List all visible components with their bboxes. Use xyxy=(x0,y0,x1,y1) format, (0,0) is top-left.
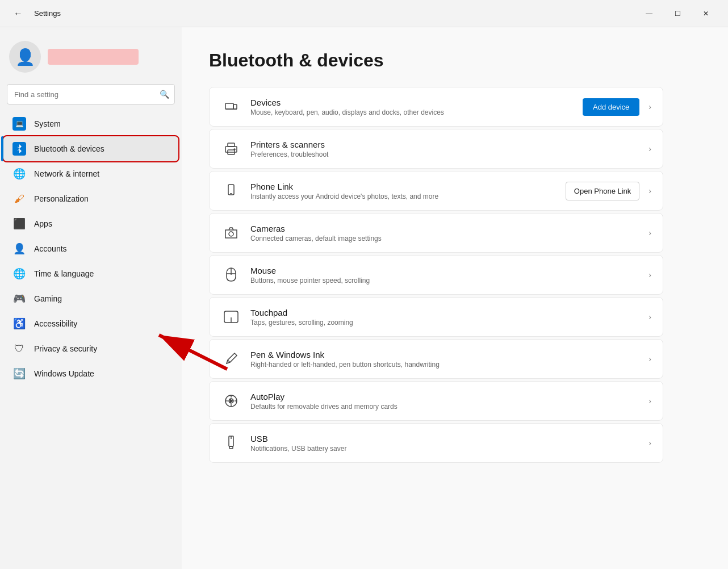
setting-item-cameras[interactable]: Cameras Connected cameras, default image… xyxy=(209,213,663,253)
svg-rect-0 xyxy=(225,103,233,109)
setting-item-devices[interactable]: Devices Mouse, keyboard, pen, audio, dis… xyxy=(209,87,663,127)
devices-title: Devices xyxy=(250,98,574,107)
phonelink-title: Phone Link xyxy=(250,182,557,191)
chevron-right-icon: › xyxy=(648,438,651,447)
phonelink-icon xyxy=(221,181,241,201)
titlebar-left: ← Settings xyxy=(9,5,61,23)
touchpad-action: › xyxy=(646,312,651,321)
maximize-button[interactable]: ☐ xyxy=(664,5,691,23)
mouse-icon xyxy=(221,265,241,285)
nav-label-gaming: Gaming xyxy=(34,294,62,303)
window-controls: — ☐ ✕ xyxy=(636,5,719,23)
phonelink-desc: Instantly access your Android device's p… xyxy=(250,193,557,200)
search-icon: 🔍 xyxy=(160,90,169,99)
mouse-title: Mouse xyxy=(250,266,637,275)
sidebar-item-personalization[interactable]: 🖌Personalization xyxy=(3,186,178,211)
pen-icon xyxy=(221,349,241,369)
gaming-icon: 🎮 xyxy=(12,292,26,306)
nav-label-bluetooth: Bluetooth & devices xyxy=(34,144,104,153)
sidebar-item-system[interactable]: 💻System xyxy=(3,111,178,136)
nav-label-time: Time & language xyxy=(34,269,94,278)
autoplay-icon xyxy=(221,391,241,411)
sidebar-item-gaming[interactable]: 🎮Gaming xyxy=(3,286,178,311)
close-button[interactable]: ✕ xyxy=(693,5,719,23)
open-phone-button[interactable]: Open Phone Link xyxy=(566,182,639,200)
touchpad-title: Touchpad xyxy=(250,308,637,317)
svg-line-14 xyxy=(228,360,230,362)
network-icon: 🌐 xyxy=(12,167,26,181)
pen-title: Pen & Windows Ink xyxy=(250,350,637,359)
printers-desc: Preferences, troubleshoot xyxy=(250,150,637,158)
nav-list: 💻System Bluetooth & devices🌐Network & in… xyxy=(0,111,182,386)
privacy-icon: 🛡 xyxy=(12,342,26,355)
chevron-right-icon: › xyxy=(648,186,651,195)
sidebar-item-accessibility[interactable]: ♿Accessibility xyxy=(3,311,178,336)
user-name-bar xyxy=(48,49,139,65)
sidebar-item-accounts[interactable]: 👤Accounts xyxy=(3,236,178,261)
bluetooth-icon xyxy=(12,142,26,156)
cameras-text: Cameras Connected cameras, default image… xyxy=(250,224,637,242)
avatar: 👤 xyxy=(9,41,41,73)
setting-item-touchpad[interactable]: Touchpad Taps, gestures, scrolling, zoom… xyxy=(209,297,663,337)
setting-item-pen[interactable]: Pen & Windows Ink Right-handed or left-h… xyxy=(209,339,663,379)
sidebar-item-apps[interactable]: ⬛Apps xyxy=(3,211,178,236)
back-button[interactable]: ← xyxy=(9,5,27,23)
touchpad-icon xyxy=(221,307,241,327)
printers-action: › xyxy=(646,144,651,153)
phonelink-action: Open Phone Link› xyxy=(566,182,651,200)
avatar-icon: 👤 xyxy=(15,48,35,66)
svg-rect-19 xyxy=(229,446,233,449)
system-icon: 💻 xyxy=(12,117,26,131)
chevron-right-icon: › xyxy=(648,354,651,363)
update-icon: 🔄 xyxy=(12,367,26,380)
nav-label-accessibility: Accessibility xyxy=(34,319,77,328)
setting-item-printers[interactable]: Printers & scanners Preferences, trouble… xyxy=(209,129,663,169)
svg-marker-17 xyxy=(230,399,233,403)
sidebar-item-privacy[interactable]: 🛡Privacy & security xyxy=(3,336,178,361)
time-icon: 🌐 xyxy=(12,267,26,281)
autoplay-action: › xyxy=(646,396,651,405)
printers-text: Printers & scanners Preferences, trouble… xyxy=(250,140,637,158)
chevron-right-icon: › xyxy=(648,396,651,405)
user-profile[interactable]: 👤 xyxy=(0,34,182,84)
page-title: Bluetooth & devices xyxy=(209,50,701,71)
pen-action: › xyxy=(646,354,651,363)
mouse-text: Mouse Buttons, mouse pointer speed, scro… xyxy=(250,266,637,284)
printers-icon xyxy=(221,139,241,159)
cameras-title: Cameras xyxy=(250,224,637,233)
sidebar: 👤 🔍 💻System Bluetooth & devices🌐Network … xyxy=(0,27,182,569)
search-input[interactable] xyxy=(7,84,175,104)
sidebar-item-update[interactable]: 🔄Windows Update xyxy=(3,361,178,386)
autoplay-desc: Defaults for removable drives and memory… xyxy=(250,403,637,411)
devices-text: Devices Mouse, keyboard, pen, audio, dis… xyxy=(250,98,574,116)
sidebar-item-network[interactable]: 🌐Network & internet xyxy=(3,161,178,186)
chevron-right-icon: › xyxy=(648,102,651,111)
setting-item-phonelink[interactable]: Phone Link Instantly access your Android… xyxy=(209,171,663,211)
content-area: Bluetooth & devices Devices Mouse, keybo… xyxy=(182,27,728,569)
accounts-icon: 👤 xyxy=(12,242,26,256)
setting-item-usb[interactable]: USB Notifications, USB battery saver › xyxy=(209,423,663,463)
personalization-icon: 🖌 xyxy=(12,192,26,206)
usb-text: USB Notifications, USB battery saver xyxy=(250,434,637,453)
nav-label-system: System xyxy=(34,119,61,128)
nav-label-network: Network & internet xyxy=(34,169,99,178)
sidebar-item-time[interactable]: 🌐Time & language xyxy=(3,261,178,286)
search-box: 🔍 xyxy=(7,84,175,104)
cameras-action: › xyxy=(646,228,651,237)
touchpad-desc: Taps, gestures, scrolling, zooming xyxy=(250,319,637,327)
touchpad-text: Touchpad Taps, gestures, scrolling, zoom… xyxy=(250,308,637,327)
usb-desc: Notifications, USB battery saver xyxy=(250,445,637,453)
cameras-icon xyxy=(221,223,241,243)
nav-label-update: Windows Update xyxy=(34,369,94,378)
svg-point-9 xyxy=(229,232,233,236)
usb-title: USB xyxy=(250,434,637,444)
chevron-right-icon: › xyxy=(648,312,651,321)
minimize-button[interactable]: — xyxy=(636,5,662,23)
mouse-action: › xyxy=(646,270,651,279)
accessibility-icon: ♿ xyxy=(12,317,26,330)
setting-item-mouse[interactable]: Mouse Buttons, mouse pointer speed, scro… xyxy=(209,255,663,295)
setting-item-autoplay[interactable]: AutoPlay Defaults for removable drives a… xyxy=(209,381,663,421)
devices-icon xyxy=(221,97,241,117)
add-device-button[interactable]: Add device xyxy=(583,98,639,116)
sidebar-item-bluetooth[interactable]: Bluetooth & devices xyxy=(3,136,178,161)
